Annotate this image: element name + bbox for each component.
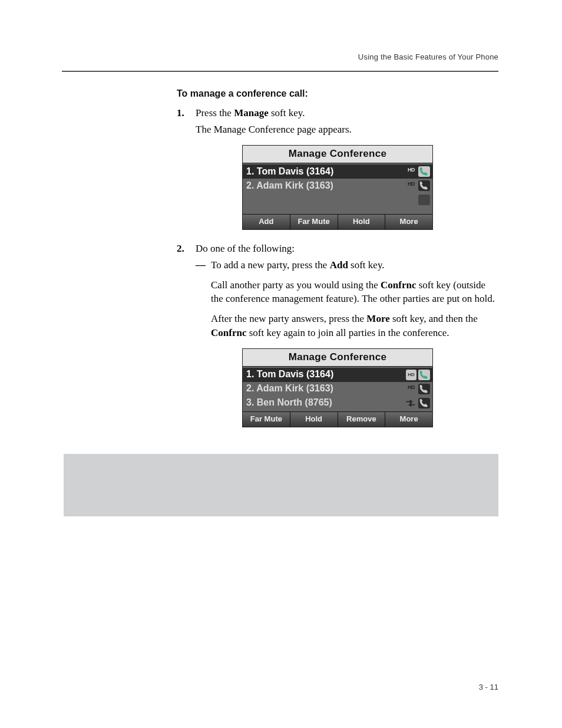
ghost-icon [418, 195, 430, 205]
softkey-bar: Add Far Mute Hold More [243, 214, 432, 229]
hd-icon: HD [406, 180, 416, 191]
more-label: More [366, 313, 389, 324]
hd-icon: HD [406, 384, 416, 394]
phone-icon [418, 370, 430, 380]
dash-item-add-party: — To add a new party, press the Add soft… [196, 258, 498, 272]
lcd-body: 1. Tom Davis (3164) HD 2. Adam Kirk (316… [243, 163, 432, 214]
text: After the new party answers, press the [211, 313, 366, 324]
confrnc-label: Confrnc [381, 279, 416, 291]
phone-icon [418, 398, 430, 409]
text: To add a new party, press the [211, 259, 330, 271]
hd-icon: HD [406, 370, 416, 380]
running-head: Using the Basic Features of Your Phone [358, 52, 498, 62]
dash-follow-2: After the new party answers, press the M… [211, 312, 498, 340]
row-label: 1. Tom Davis (3164) [246, 165, 406, 178]
dash-text: To add a new party, press the Add soft k… [211, 258, 498, 272]
conference-row-2: 2. Adam Kirk (3163) HD [243, 179, 432, 193]
arrows-icon [405, 398, 416, 409]
step-1: 1. Press the Manage soft key. [177, 106, 498, 120]
header-rule [62, 71, 498, 72]
confrnc-label: Confrnc [211, 327, 246, 338]
lcd-screen: Manage Conference 1. Tom Davis (3164) HD… [242, 145, 433, 230]
lcd-title: Manage Conference [243, 146, 432, 163]
step-number: 1. [177, 106, 196, 120]
softkey-hold[interactable]: Hold [338, 215, 386, 229]
phone-icon [418, 166, 430, 177]
step-number: 2. [177, 242, 196, 256]
text: soft key again to join all parties in th… [246, 327, 449, 338]
conference-row-1: 1. Tom Davis (3164) HD [243, 164, 432, 179]
section-heading: To manage a conference call: [177, 87, 498, 100]
softkey-hold[interactable]: Hold [290, 412, 338, 427]
conference-row-empty [243, 193, 432, 207]
row-label: 2. Adam Kirk (3163) [246, 179, 406, 192]
phone-icon [418, 180, 430, 191]
page-number: 3 - 11 [479, 682, 498, 693]
gray-band [64, 454, 498, 516]
text: soft key. [348, 259, 385, 271]
text: soft key, and then the [390, 313, 478, 324]
step-text: Press the Manage soft key. [196, 106, 498, 120]
softkey-more[interactable]: More [385, 215, 432, 229]
row-label: 2. Adam Kirk (3163) [246, 382, 406, 395]
add-label: Add [330, 259, 348, 271]
step-1-follow: The Manage Conference page appears. [196, 123, 498, 137]
figure-manage-conference-2: Manage Conference 1. Tom Davis (3164) HD [177, 348, 498, 427]
text: Press the [196, 107, 234, 118]
dash-follow-1: Call another party as you would using th… [211, 278, 498, 307]
step-text: Do one of the following: [196, 242, 498, 256]
figure-manage-conference-1: Manage Conference 1. Tom Davis (3164) HD… [177, 145, 498, 230]
row-label: 3. Ben North (8765) [246, 396, 405, 409]
conference-row-3: 3. Ben North (8765) [243, 396, 432, 410]
step-2: 2. Do one of the following: [177, 242, 498, 256]
softkey-far-mute[interactable]: Far Mute [290, 215, 338, 229]
manage-label: Manage [234, 107, 269, 118]
lcd-body: 1. Tom Davis (3164) HD 2. Adam Kirk (316… [243, 367, 432, 411]
lcd-screen: Manage Conference 1. Tom Davis (3164) HD [242, 348, 433, 427]
softkey-far-mute[interactable]: Far Mute [243, 412, 290, 427]
conference-row-1: 1. Tom Davis (3164) HD [243, 368, 432, 382]
text: Call another party as you would using th… [211, 279, 381, 291]
softkey-more[interactable]: More [385, 412, 432, 427]
phone-icon [418, 384, 430, 394]
softkey-remove[interactable]: Remove [338, 412, 386, 427]
softkey-add[interactable]: Add [243, 215, 290, 229]
lcd-title: Manage Conference [243, 349, 432, 367]
row-label: 1. Tom Davis (3164) [246, 368, 406, 381]
conference-row-2: 2. Adam Kirk (3163) HD [243, 382, 432, 396]
text: soft key. [269, 107, 305, 118]
dash-mark: — [196, 258, 211, 272]
hd-icon: HD [406, 166, 416, 177]
softkey-bar: Far Mute Hold Remove More [243, 411, 432, 427]
